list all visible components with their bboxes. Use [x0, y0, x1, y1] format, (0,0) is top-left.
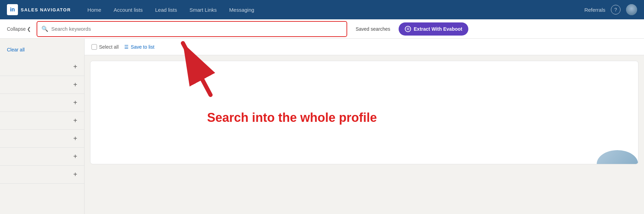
extract-icon: ⊙: [405, 26, 411, 32]
help-symbol: ?: [614, 7, 617, 12]
save-to-list-label: Save to list: [131, 44, 154, 50]
sidebar-filter-5[interactable]: +: [0, 130, 84, 148]
nav-account-lists[interactable]: Account lists: [107, 0, 149, 19]
nav-home[interactable]: Home: [81, 0, 107, 19]
sidebar-filter-1[interactable]: +: [0, 58, 84, 76]
sidebar-items: + + + + + + +: [0, 58, 84, 184]
expand-icon-4: +: [73, 117, 77, 125]
sidebar-filter-3[interactable]: +: [0, 94, 84, 112]
nav-referrals[interactable]: Referrals: [584, 7, 605, 13]
nav-smart-links[interactable]: Smart Links: [183, 0, 223, 19]
left-sidebar: Clear all + + + + + + +: [0, 39, 85, 214]
expand-icon-5: +: [73, 135, 77, 143]
expand-icon-1: +: [73, 63, 77, 71]
cards-area: [85, 55, 644, 170]
expand-icon-3: +: [73, 99, 77, 107]
saved-searches-button[interactable]: Saved searches: [355, 26, 390, 32]
extract-button[interactable]: ⊙ Extract With Evaboot: [399, 22, 469, 36]
list-icon: ☰: [124, 44, 129, 50]
select-all-checkbox[interactable]: [91, 44, 97, 50]
sidebar-filter-7[interactable]: +: [0, 166, 84, 184]
sidebar-filter-4[interactable]: +: [0, 112, 84, 130]
results-toolbar: Select all ☰ Save to list: [85, 39, 644, 55]
search-container: 🔍: [37, 21, 347, 37]
result-card-placeholder: [90, 61, 638, 164]
linkedin-logo: in: [7, 4, 18, 15]
save-to-list-button[interactable]: ☰ Save to list: [124, 44, 154, 50]
clear-all-button[interactable]: Clear all: [0, 44, 84, 58]
nav-lead-lists[interactable]: Lead lists: [149, 0, 183, 19]
extract-label: Extract With Evaboot: [414, 26, 462, 32]
expand-icon-2: +: [73, 81, 77, 89]
search-input[interactable]: [51, 26, 342, 32]
expand-icon-6: +: [73, 153, 77, 160]
sidebar-filter-6[interactable]: +: [0, 148, 84, 166]
figure-decoration: [597, 136, 638, 164]
expand-icon-7: +: [73, 171, 77, 178]
search-inner: 🔍: [37, 22, 347, 36]
help-button[interactable]: ?: [611, 5, 621, 14]
nav-links: Home Account lists Lead lists Smart Link…: [81, 0, 584, 19]
nav-logo[interactable]: in SALES NAVIGATOR: [7, 4, 71, 15]
main-content: Select all ☰ Save to list: [85, 39, 644, 214]
brand-name: SALES NAVIGATOR: [21, 7, 71, 12]
user-avatar[interactable]: [626, 4, 637, 15]
top-nav: in SALES NAVIGATOR Home Account lists Le…: [0, 0, 644, 19]
avatar-image: [626, 4, 637, 15]
content-wrapper: Clear all + + + + + + +: [0, 39, 644, 214]
collapse-button[interactable]: Collapse ❮: [7, 26, 31, 32]
li-logo-letter: in: [10, 7, 15, 13]
select-all-wrapper: Select all: [91, 44, 119, 50]
sidebar-filter-2[interactable]: +: [0, 76, 84, 94]
search-icon: 🔍: [41, 26, 48, 32]
nav-messaging[interactable]: Messaging: [223, 0, 261, 19]
select-all-label[interactable]: Select all: [99, 44, 119, 50]
nav-right: Referrals ?: [584, 4, 637, 15]
secondary-bar: Collapse ❮ 🔍 Saved searches ⊙ Extract Wi…: [0, 19, 644, 39]
